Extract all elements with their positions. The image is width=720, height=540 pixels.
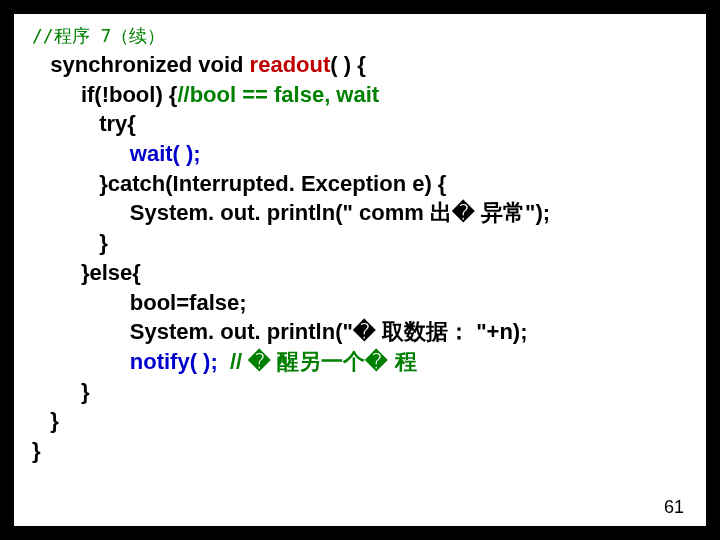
slide-frame: //程序 7（续） synchronized void readout( ) {… xyxy=(12,12,708,528)
header-comment: //程序 7（续） xyxy=(32,24,688,48)
code-l13: } xyxy=(32,408,59,433)
code-l3: try{ xyxy=(32,111,136,136)
code-l11b: notify( ); xyxy=(130,349,230,374)
page-number: 61 xyxy=(664,497,684,518)
code-l8: }else{ xyxy=(32,260,141,285)
code-l1c: ( ) { xyxy=(330,52,365,77)
code-l2b: //bool == false, wait xyxy=(177,82,379,107)
code-l4b: wait( ); xyxy=(130,141,201,166)
code-l11a xyxy=(32,349,130,374)
code-l9: bool=false; xyxy=(32,290,247,315)
code-l5: }catch(Interrupted. Exception e) { xyxy=(32,171,446,196)
code-l7: } xyxy=(32,230,108,255)
code-block: synchronized void readout( ) { if(!bool)… xyxy=(32,50,688,466)
code-l14: } xyxy=(32,438,41,463)
code-l11c: // � 醒另一个� 程 xyxy=(230,349,417,374)
code-l6: System. out. println(" comm 出� 异常"); xyxy=(32,200,550,225)
code-l12: } xyxy=(32,379,89,404)
code-l1b: readout xyxy=(250,52,331,77)
code-l2a: if(!bool) { xyxy=(32,82,177,107)
code-l10: System. out. println("� 取数据： "+n); xyxy=(32,319,528,344)
code-l1a: synchronized void xyxy=(32,52,250,77)
code-l4a xyxy=(32,141,130,166)
